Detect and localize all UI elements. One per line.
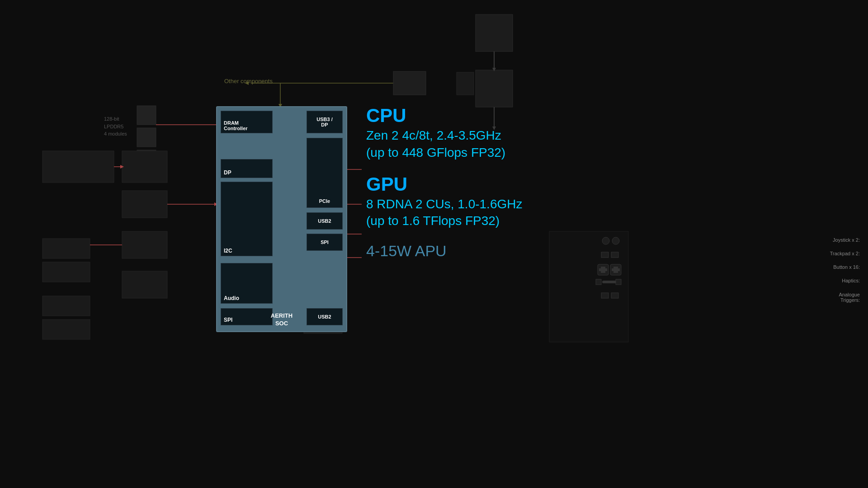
- usb2-mid-block: USB2: [307, 212, 343, 230]
- svg-rect-37: [549, 231, 628, 342]
- i2c-block: I2C: [221, 182, 273, 256]
- apu-label: 4-15W APU: [366, 243, 522, 258]
- svg-rect-40: [601, 252, 609, 258]
- spec-analogue-label: Analogue Triggers:: [773, 292, 863, 303]
- soc-diagram: DRAM Controller USB3 / DP PCIe DP I2C US…: [216, 106, 347, 332]
- cpu-section: CPU Zen 2 4c/8t, 2.4-3.5GHz (up to 448 G…: [366, 106, 522, 161]
- svg-rect-50: [616, 279, 621, 285]
- svg-rect-52: [611, 293, 618, 298]
- svg-rect-17: [42, 151, 114, 183]
- spec-row-buttons: Button x 16:: [773, 262, 863, 272]
- svg-rect-0: [476, 14, 513, 52]
- spec-buttons-label: Button x 16:: [773, 264, 863, 270]
- other-components-label: Other components: [224, 78, 273, 84]
- svg-rect-28: [122, 271, 167, 298]
- svg-marker-3: [492, 68, 496, 71]
- info-panel: CPU Zen 2 4c/8t, 2.4-3.5GHz (up to 448 G…: [366, 106, 522, 258]
- spec-row-joystick: Joystick x 2:: [773, 235, 863, 245]
- svg-rect-26: [42, 262, 90, 282]
- svg-rect-12: [457, 72, 474, 95]
- svg-rect-14: [137, 128, 156, 147]
- svg-point-39: [612, 237, 619, 244]
- cpu-label: CPU: [366, 106, 522, 125]
- svg-rect-29: [42, 296, 90, 316]
- spec-row-analogue: Analogue Triggers:: [773, 289, 863, 305]
- svg-rect-47: [612, 268, 620, 271]
- pcie-block: PCIe: [307, 138, 343, 208]
- spi-mid-block: SPI: [307, 234, 343, 251]
- spec-row-trackpad: Trackpad x 2:: [773, 249, 863, 258]
- spec-trackpad-label: Trackpad x 2:: [773, 251, 863, 256]
- svg-rect-30: [42, 319, 90, 339]
- soc-title: AERITH SOC: [271, 312, 292, 328]
- audio-block: Audio: [221, 263, 273, 304]
- usb2-bottom-block: USB2: [307, 308, 343, 325]
- svg-rect-43: [610, 264, 621, 275]
- svg-rect-21: [122, 191, 167, 218]
- dram-label: 128-bit LPDDR5 4 modules: [104, 115, 127, 138]
- svg-rect-18: [122, 151, 167, 183]
- svg-rect-1: [476, 70, 513, 107]
- svg-rect-15: [137, 150, 156, 169]
- spec-joystick-label: Joystick x 2:: [773, 237, 863, 243]
- svg-rect-49: [602, 281, 620, 283]
- svg-marker-20: [120, 165, 124, 169]
- svg-rect-13: [137, 106, 156, 125]
- svg-rect-46: [613, 267, 618, 273]
- svg-rect-51: [601, 293, 609, 298]
- svg-rect-45: [599, 268, 607, 271]
- spec-panel: Joystick x 2: Trackpad x 2: Button x 16:…: [773, 235, 863, 309]
- gpu-label: GPU: [366, 175, 522, 194]
- spec-row-haptics: Haptics:: [773, 276, 863, 286]
- dp-block: DP: [221, 159, 273, 178]
- svg-point-38: [602, 237, 609, 244]
- svg-rect-24: [42, 239, 90, 258]
- usb3-dp-block: USB3 / DP: [307, 111, 343, 133]
- svg-rect-25: [122, 231, 167, 258]
- svg-rect-48: [596, 279, 601, 285]
- dram-controller-block: DRAM Controller: [221, 111, 273, 133]
- gpu-description: 8 RDNA 2 CUs, 1.0-1.6GHz (up to 1.6 TFlo…: [366, 196, 522, 230]
- svg-rect-44: [601, 267, 605, 273]
- cpu-description: Zen 2 4c/8t, 2.4-3.5GHz (up to 448 GFlop…: [366, 127, 522, 161]
- gpu-section: GPU 8 RDNA 2 CUs, 1.0-1.6GHz (up to 1.6 …: [366, 175, 522, 230]
- spi-bottom-block: SPI: [221, 308, 273, 325]
- svg-rect-11: [393, 71, 426, 95]
- svg-rect-42: [598, 264, 609, 275]
- spec-haptics-label: Haptics:: [773, 278, 863, 283]
- svg-rect-41: [611, 252, 618, 258]
